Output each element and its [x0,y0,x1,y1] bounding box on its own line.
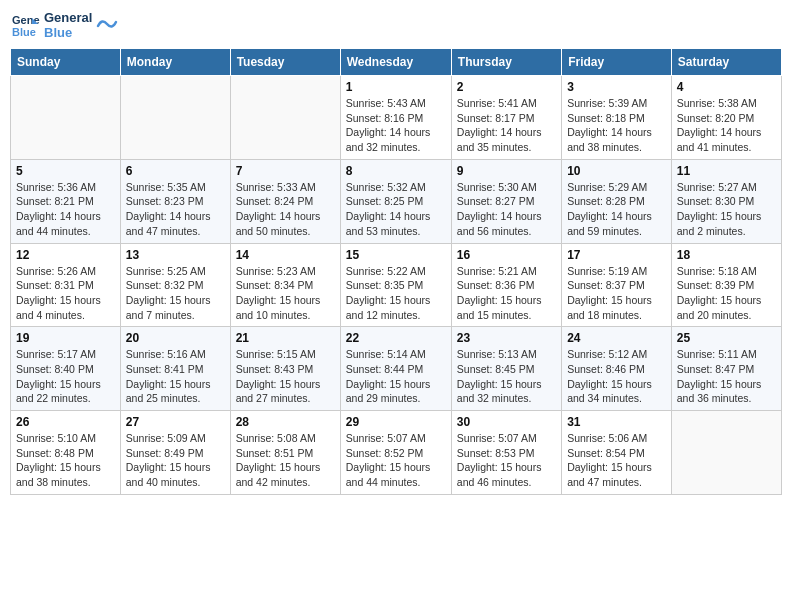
calendar-cell: 6Sunrise: 5:35 AM Sunset: 8:23 PM Daylig… [120,159,230,243]
day-number: 2 [457,80,556,94]
weekday-header-friday: Friday [562,49,672,76]
calendar-cell: 22Sunrise: 5:14 AM Sunset: 8:44 PM Dayli… [340,327,451,411]
day-number: 13 [126,248,225,262]
svg-text:General: General [12,14,40,26]
calendar-cell: 30Sunrise: 5:07 AM Sunset: 8:53 PM Dayli… [451,411,561,495]
day-number: 9 [457,164,556,178]
weekday-header-row: SundayMondayTuesdayWednesdayThursdayFrid… [11,49,782,76]
day-number: 25 [677,331,776,345]
calendar-week-2: 5Sunrise: 5:36 AM Sunset: 8:21 PM Daylig… [11,159,782,243]
day-number: 11 [677,164,776,178]
day-info: Sunrise: 5:30 AM Sunset: 8:27 PM Dayligh… [457,180,556,239]
day-info: Sunrise: 5:19 AM Sunset: 8:37 PM Dayligh… [567,264,666,323]
calendar-week-4: 19Sunrise: 5:17 AM Sunset: 8:40 PM Dayli… [11,327,782,411]
logo-blue: Blue [44,25,92,40]
calendar-cell: 24Sunrise: 5:12 AM Sunset: 8:46 PM Dayli… [562,327,672,411]
day-number: 21 [236,331,335,345]
day-info: Sunrise: 5:21 AM Sunset: 8:36 PM Dayligh… [457,264,556,323]
logo-text-block: General Blue [44,10,92,40]
weekday-header-sunday: Sunday [11,49,121,76]
calendar-cell: 2Sunrise: 5:41 AM Sunset: 8:17 PM Daylig… [451,76,561,160]
day-number: 12 [16,248,115,262]
day-info: Sunrise: 5:18 AM Sunset: 8:39 PM Dayligh… [677,264,776,323]
calendar-cell: 12Sunrise: 5:26 AM Sunset: 8:31 PM Dayli… [11,243,121,327]
calendar-cell: 13Sunrise: 5:25 AM Sunset: 8:32 PM Dayli… [120,243,230,327]
day-info: Sunrise: 5:39 AM Sunset: 8:18 PM Dayligh… [567,96,666,155]
weekday-header-saturday: Saturday [671,49,781,76]
calendar-cell: 4Sunrise: 5:38 AM Sunset: 8:20 PM Daylig… [671,76,781,160]
calendar-cell [671,411,781,495]
calendar-cell: 11Sunrise: 5:27 AM Sunset: 8:30 PM Dayli… [671,159,781,243]
calendar-cell: 25Sunrise: 5:11 AM Sunset: 8:47 PM Dayli… [671,327,781,411]
day-number: 6 [126,164,225,178]
calendar-cell: 5Sunrise: 5:36 AM Sunset: 8:21 PM Daylig… [11,159,121,243]
day-number: 4 [677,80,776,94]
day-info: Sunrise: 5:23 AM Sunset: 8:34 PM Dayligh… [236,264,335,323]
calendar-week-3: 12Sunrise: 5:26 AM Sunset: 8:31 PM Dayli… [11,243,782,327]
calendar-cell: 27Sunrise: 5:09 AM Sunset: 8:49 PM Dayli… [120,411,230,495]
calendar-cell: 28Sunrise: 5:08 AM Sunset: 8:51 PM Dayli… [230,411,340,495]
day-number: 8 [346,164,446,178]
day-info: Sunrise: 5:32 AM Sunset: 8:25 PM Dayligh… [346,180,446,239]
calendar-cell: 15Sunrise: 5:22 AM Sunset: 8:35 PM Dayli… [340,243,451,327]
day-info: Sunrise: 5:07 AM Sunset: 8:53 PM Dayligh… [457,431,556,490]
day-number: 28 [236,415,335,429]
calendar-cell: 20Sunrise: 5:16 AM Sunset: 8:41 PM Dayli… [120,327,230,411]
day-info: Sunrise: 5:09 AM Sunset: 8:49 PM Dayligh… [126,431,225,490]
day-info: Sunrise: 5:12 AM Sunset: 8:46 PM Dayligh… [567,347,666,406]
calendar-cell: 18Sunrise: 5:18 AM Sunset: 8:39 PM Dayli… [671,243,781,327]
calendar-cell: 3Sunrise: 5:39 AM Sunset: 8:18 PM Daylig… [562,76,672,160]
day-number: 26 [16,415,115,429]
calendar-cell: 31Sunrise: 5:06 AM Sunset: 8:54 PM Dayli… [562,411,672,495]
day-number: 18 [677,248,776,262]
day-number: 24 [567,331,666,345]
weekday-header-thursday: Thursday [451,49,561,76]
calendar-body: 1Sunrise: 5:43 AM Sunset: 8:16 PM Daylig… [11,76,782,495]
day-info: Sunrise: 5:16 AM Sunset: 8:41 PM Dayligh… [126,347,225,406]
weekday-header-wednesday: Wednesday [340,49,451,76]
weekday-header-tuesday: Tuesday [230,49,340,76]
calendar-cell: 16Sunrise: 5:21 AM Sunset: 8:36 PM Dayli… [451,243,561,327]
day-info: Sunrise: 5:13 AM Sunset: 8:45 PM Dayligh… [457,347,556,406]
calendar-cell [120,76,230,160]
calendar-cell [11,76,121,160]
calendar-week-5: 26Sunrise: 5:10 AM Sunset: 8:48 PM Dayli… [11,411,782,495]
day-info: Sunrise: 5:41 AM Sunset: 8:17 PM Dayligh… [457,96,556,155]
day-number: 29 [346,415,446,429]
day-info: Sunrise: 5:38 AM Sunset: 8:20 PM Dayligh… [677,96,776,155]
day-number: 16 [457,248,556,262]
page-header: General Blue General Blue [10,10,782,40]
day-info: Sunrise: 5:17 AM Sunset: 8:40 PM Dayligh… [16,347,115,406]
day-info: Sunrise: 5:08 AM Sunset: 8:51 PM Dayligh… [236,431,335,490]
day-number: 31 [567,415,666,429]
weekday-header-monday: Monday [120,49,230,76]
calendar-cell: 21Sunrise: 5:15 AM Sunset: 8:43 PM Dayli… [230,327,340,411]
calendar-cell: 26Sunrise: 5:10 AM Sunset: 8:48 PM Dayli… [11,411,121,495]
day-info: Sunrise: 5:27 AM Sunset: 8:30 PM Dayligh… [677,180,776,239]
day-number: 15 [346,248,446,262]
calendar-cell: 7Sunrise: 5:33 AM Sunset: 8:24 PM Daylig… [230,159,340,243]
calendar-header: SundayMondayTuesdayWednesdayThursdayFrid… [11,49,782,76]
day-info: Sunrise: 5:22 AM Sunset: 8:35 PM Dayligh… [346,264,446,323]
day-info: Sunrise: 5:07 AM Sunset: 8:52 PM Dayligh… [346,431,446,490]
day-number: 3 [567,80,666,94]
calendar-cell: 23Sunrise: 5:13 AM Sunset: 8:45 PM Dayli… [451,327,561,411]
logo-icon: General Blue [10,10,40,40]
day-number: 20 [126,331,225,345]
day-info: Sunrise: 5:43 AM Sunset: 8:16 PM Dayligh… [346,96,446,155]
day-number: 30 [457,415,556,429]
svg-text:Blue: Blue [12,26,36,38]
day-info: Sunrise: 5:14 AM Sunset: 8:44 PM Dayligh… [346,347,446,406]
calendar-cell: 10Sunrise: 5:29 AM Sunset: 8:28 PM Dayli… [562,159,672,243]
day-info: Sunrise: 5:26 AM Sunset: 8:31 PM Dayligh… [16,264,115,323]
logo-general: General [44,10,92,25]
calendar-cell: 14Sunrise: 5:23 AM Sunset: 8:34 PM Dayli… [230,243,340,327]
day-number: 17 [567,248,666,262]
calendar-cell: 9Sunrise: 5:30 AM Sunset: 8:27 PM Daylig… [451,159,561,243]
calendar-table: SundayMondayTuesdayWednesdayThursdayFrid… [10,48,782,495]
day-info: Sunrise: 5:33 AM Sunset: 8:24 PM Dayligh… [236,180,335,239]
calendar-cell [230,76,340,160]
calendar-cell: 29Sunrise: 5:07 AM Sunset: 8:52 PM Dayli… [340,411,451,495]
day-number: 22 [346,331,446,345]
calendar-cell: 8Sunrise: 5:32 AM Sunset: 8:25 PM Daylig… [340,159,451,243]
